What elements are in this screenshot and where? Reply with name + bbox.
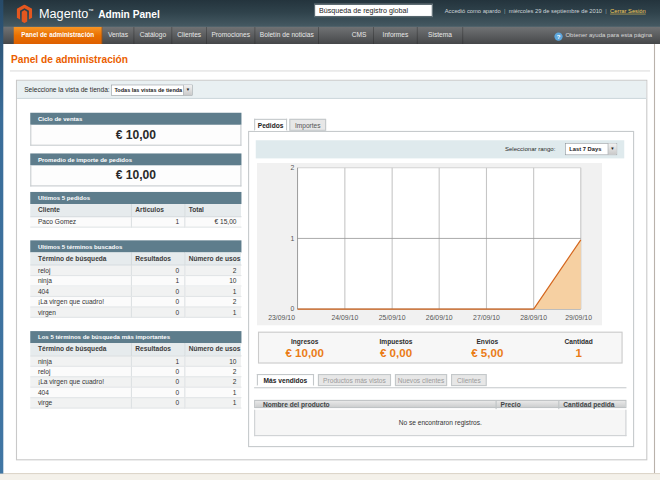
svg-text:2: 2 <box>290 165 294 172</box>
svg-text:28/09/10: 28/09/10 <box>520 314 547 321</box>
svg-text:0: 0 <box>290 305 294 312</box>
svg-text:24/09/10: 24/09/10 <box>331 314 358 321</box>
svg-text:23/09/10: 23/09/10 <box>268 314 295 321</box>
svg-text:26/09/10: 26/09/10 <box>426 314 453 321</box>
svg-text:25/09/10: 25/09/10 <box>379 314 406 321</box>
svg-text:27/09/10: 27/09/10 <box>473 314 500 321</box>
svg-text:1: 1 <box>290 235 294 242</box>
svg-text:29/09/10: 29/09/10 <box>565 314 592 321</box>
